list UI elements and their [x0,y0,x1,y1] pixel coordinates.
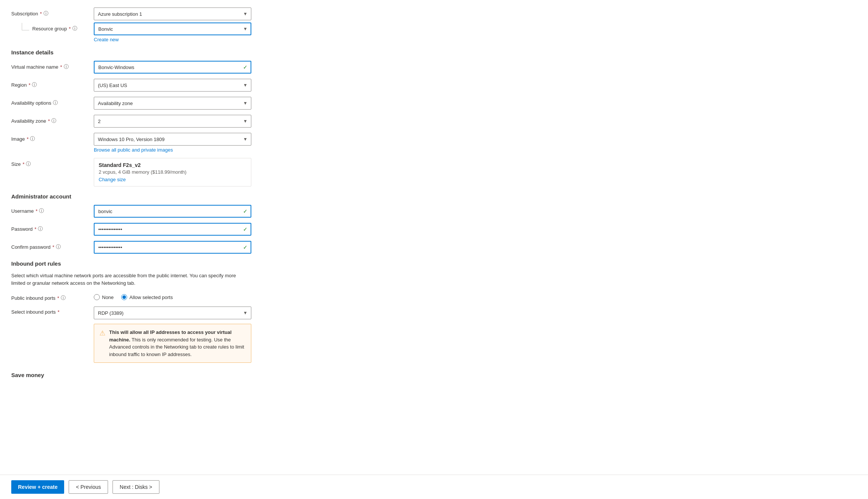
image-select[interactable]: Windows 10 Pro, Version 1809 Windows Ser… [94,133,251,146]
save-money-title: Save money [11,372,251,378]
confirm-password-label: Confirm password * ⓘ [11,241,94,250]
confirm-password-info-icon[interactable]: ⓘ [56,243,61,250]
availability-zone-label: Availability zone * ⓘ [11,115,94,124]
resource-group-select[interactable]: Bonvic [94,23,251,35]
vm-name-row: Virtual machine name * ⓘ ✓ [11,61,251,74]
warning-icon: ⚠ [99,329,105,337]
vm-name-input[interactable] [94,61,251,74]
admin-account-title: Administrator account [11,193,251,200]
radio-allow-selected-label: Allow selected ports [129,295,173,300]
confirm-password-input-wrapper: ✓ [94,241,251,254]
inbound-rules-title: Inbound port rules [11,260,251,267]
inbound-rules-description: Select which virtual machine network por… [11,272,244,287]
availability-zone-info-icon[interactable]: ⓘ [51,117,56,124]
vm-name-input-wrapper: ✓ [94,61,251,74]
size-info-box: Standard F2s_v2 2 vcpus, 4 GiB memory ($… [94,158,251,186]
size-info-icon[interactable]: ⓘ [26,161,31,167]
username-input-wrapper: ✓ [94,205,251,218]
select-inbound-ports-select-wrapper: RDP (3389) HTTP (80) HTTPS (443) SSH (22… [94,307,251,319]
tree-line-icon [22,23,29,30]
warning-box: ⚠ This will allow all IP addresses to ac… [94,324,251,363]
instance-details-title: Instance details [11,49,251,56]
public-inbound-ports-label: Public inbound ports * ⓘ [11,292,94,301]
username-info-icon[interactable]: ⓘ [39,207,44,214]
password-input[interactable] [94,223,251,236]
availability-options-select[interactable]: Availability zone Availability set No in… [94,97,251,110]
username-row: Username * ⓘ ✓ [11,205,251,218]
radio-allow-selected-input[interactable] [121,294,127,300]
public-inbound-ports-row: Public inbound ports * ⓘ None Allow sele… [11,292,251,301]
previous-button[interactable]: < Previous [69,480,108,494]
select-inbound-ports-select[interactable]: RDP (3389) HTTP (80) HTTPS (443) SSH (22… [94,307,251,319]
username-input[interactable] [94,205,251,218]
review-create-button[interactable]: Review + create [11,480,64,494]
change-size-link[interactable]: Change size [99,177,126,182]
warning-text: This will allow all IP addresses to acce… [109,329,246,358]
availability-zone-row: Availability zone * ⓘ 1 2 3 ▼ [11,115,251,128]
region-select[interactable]: (US) East US (US) West US (EU) West Euro… [94,79,251,92]
image-row: Image * ⓘ Windows 10 Pro, Version 1809 W… [11,133,251,153]
password-label: Password * ⓘ [11,223,94,232]
availability-options-info-icon[interactable]: ⓘ [53,99,58,106]
availability-zone-select-wrapper: 1 2 3 ▼ [94,115,251,128]
radio-none-label: None [102,295,114,300]
availability-options-select-wrapper: Availability zone Availability set No in… [94,97,251,110]
size-label: Size * ⓘ [11,158,94,167]
password-row: Password * ⓘ ✓ [11,223,251,236]
resource-group-info-icon[interactable]: ⓘ [72,25,77,32]
public-inbound-ports-radio-group: None Allow selected ports [94,292,251,300]
subscription-info-icon[interactable]: ⓘ [44,10,48,17]
availability-options-label: Availability options ⓘ [11,97,94,106]
select-inbound-ports-label: Select inbound ports * [11,307,94,315]
bottom-bar: Review + create < Previous Next : Disks … [0,475,868,499]
password-input-wrapper: ✓ [94,223,251,236]
radio-allow-selected[interactable]: Allow selected ports [121,294,173,300]
vm-name-info-icon[interactable]: ⓘ [64,63,69,70]
public-inbound-ports-info-icon[interactable]: ⓘ [61,295,66,301]
image-label: Image * ⓘ [11,133,94,142]
subscription-row: Subscription * ⓘ Azure subscription 1 ▼ [11,8,251,20]
page-container: Subscription * ⓘ Azure subscription 1 ▼ … [0,0,263,408]
subscription-select-wrapper: Azure subscription 1 ▼ [94,8,251,20]
region-row: Region * ⓘ (US) East US (US) West US (EU… [11,79,251,92]
radio-none[interactable]: None [94,294,114,300]
password-info-icon[interactable]: ⓘ [38,225,43,232]
confirm-password-row: Confirm password * ⓘ ✓ [11,241,251,254]
size-detail: 2 vcpus, 4 GiB memory ($118.99/month) [99,169,246,175]
resource-group-select-wrapper: Bonvic ▼ [94,23,251,35]
next-button[interactable]: Next : Disks > [113,480,159,494]
region-label: Region * ⓘ [11,79,94,88]
resource-group-row: Resource group * ⓘ Bonvic ▼ Create new [11,23,251,42]
region-info-icon[interactable]: ⓘ [32,81,37,88]
size-name: Standard F2s_v2 [99,162,246,168]
browse-images-link[interactable]: Browse all public and private images [94,147,173,153]
size-row: Size * ⓘ Standard F2s_v2 2 vcpus, 4 GiB … [11,158,251,186]
image-select-wrapper: Windows 10 Pro, Version 1809 Windows Ser… [94,133,251,146]
create-new-link[interactable]: Create new [94,37,119,42]
region-select-wrapper: (US) East US (US) West US (EU) West Euro… [94,79,251,92]
availability-zone-select[interactable]: 1 2 3 [94,115,251,128]
availability-options-row: Availability options ⓘ Availability zone… [11,97,251,110]
resource-group-label: Resource group * ⓘ [11,23,94,32]
vm-name-label: Virtual machine name * ⓘ [11,61,94,70]
image-info-icon[interactable]: ⓘ [30,135,35,142]
confirm-password-input[interactable] [94,241,251,254]
radio-none-input[interactable] [94,294,100,300]
username-label: Username * ⓘ [11,205,94,214]
subscription-label: Subscription * ⓘ [11,8,94,17]
subscription-select[interactable]: Azure subscription 1 [94,8,251,20]
select-inbound-ports-row: Select inbound ports * RDP (3389) HTTP (… [11,307,251,363]
